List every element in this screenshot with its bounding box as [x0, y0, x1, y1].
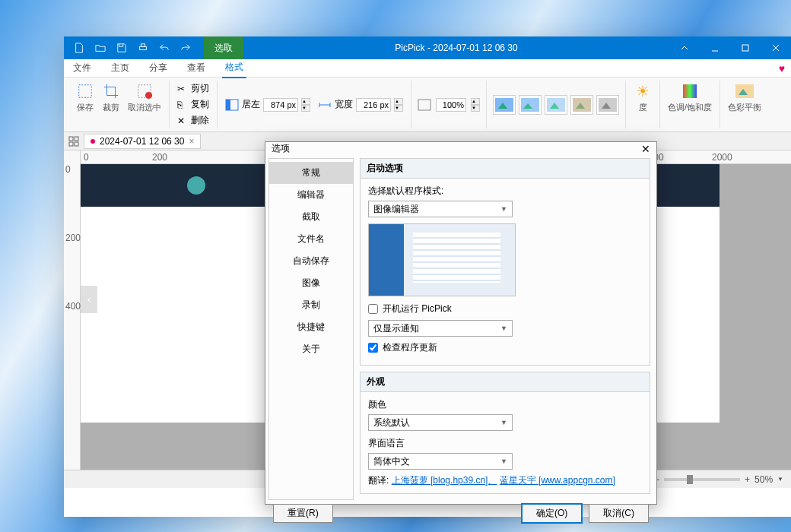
zoom-slider[interactable]	[664, 478, 740, 481]
translator-link-2[interactable]: 蓝星天宇 [www.appcgn.com]	[500, 475, 615, 486]
zoom-value: 50%	[754, 474, 773, 485]
collapse-ribbon-icon[interactable]	[669, 36, 700, 59]
maximize-icon[interactable]	[730, 36, 761, 59]
nav-about[interactable]: 关于	[269, 338, 353, 360]
color-label: 颜色	[368, 398, 642, 411]
deselect-button[interactable]: 取消选中	[125, 81, 164, 115]
filter-2[interactable]	[519, 95, 542, 115]
svg-rect-22	[69, 137, 73, 141]
redo-icon[interactable]	[176, 39, 195, 57]
tab-file[interactable]: 文件	[70, 59, 94, 78]
width-label: 宽度	[335, 98, 353, 111]
svg-rect-11	[521, 98, 539, 112]
save-icon[interactable]	[113, 39, 131, 57]
minimize-icon[interactable]	[700, 36, 730, 59]
lang-combo[interactable]: 简体中文▼	[368, 453, 513, 470]
left-label: 居左	[242, 98, 260, 111]
page-logo-icon	[187, 176, 205, 195]
zoom-up[interactable]: ▲	[471, 98, 480, 105]
thumbnails-view-icon[interactable]	[67, 135, 81, 148]
mode-preview	[368, 223, 516, 296]
svg-rect-8	[418, 100, 430, 110]
brightness-button[interactable]: ☀度	[631, 81, 655, 115]
tab-format[interactable]: 格式	[222, 58, 246, 78]
nav-autosave[interactable]: 自动保存	[269, 250, 353, 272]
dialog-nav: 常规 编辑器 截取 文件名 自动保存 图像 录制 快捷键 关于	[268, 158, 354, 500]
options-dialog: 选项 ✕ 常规 编辑器 截取 文件名 自动保存 图像 录制 快捷键 关于 启动选…	[265, 141, 657, 505]
width-down[interactable]: ▼	[394, 105, 403, 112]
svg-rect-19	[683, 84, 697, 98]
nav-hotkeys[interactable]: 快捷键	[269, 316, 353, 338]
dialog-close-icon[interactable]: ✕	[641, 143, 650, 155]
ok-button[interactable]: 确定(O)	[521, 503, 583, 524]
zoom-down[interactable]: ▼	[471, 105, 480, 112]
autostart-label: 开机运行 PicPick	[383, 302, 452, 315]
mode-label: 选择默认程序模式:	[368, 185, 642, 198]
copy-button[interactable]: ⎘复制	[174, 97, 212, 112]
filter-1[interactable]	[493, 95, 516, 115]
update-label: 检查程序更新	[383, 341, 437, 354]
mode-combo[interactable]: 图像编辑器▼	[368, 201, 513, 217]
translator-link-1[interactable]: 上海菠萝 [blog.hp39.cn]、	[392, 475, 497, 486]
svg-point-5	[145, 92, 152, 99]
heart-icon[interactable]: ♥	[779, 62, 785, 74]
close-tab-icon[interactable]: ×	[189, 136, 194, 147]
filter-3[interactable]	[545, 95, 567, 115]
startup-heading: 启动选项	[361, 159, 650, 179]
zoom-in-icon[interactable]: +	[745, 474, 750, 485]
document-tab[interactable]: 2024-07-01 12 06 30 ×	[84, 134, 201, 149]
color-balance-button[interactable]: 色彩平衡	[725, 81, 764, 115]
width-up[interactable]: ▲	[394, 98, 403, 105]
notify-combo[interactable]: 仅显示通知▼	[368, 320, 513, 337]
update-checkbox[interactable]	[368, 343, 378, 353]
tab-view[interactable]: 查看	[184, 59, 208, 78]
print-icon[interactable]	[134, 39, 152, 57]
nav-general[interactable]: 常规	[269, 162, 353, 184]
document-tab-label: 2024-07-01 12 06 30	[100, 136, 184, 147]
svg-rect-3	[79, 85, 92, 98]
left-down[interactable]: ▼	[301, 105, 310, 112]
save-button[interactable]: 保存	[73, 81, 97, 115]
color-combo[interactable]: 系统默认▼	[368, 414, 513, 431]
left-input[interactable]	[263, 98, 298, 112]
zoom-dropdown-icon[interactable]: ▼	[777, 476, 783, 483]
svg-rect-7	[226, 100, 230, 110]
svg-rect-23	[75, 137, 78, 141]
width-input[interactable]	[356, 98, 391, 112]
nav-capture[interactable]: 截取	[269, 206, 353, 228]
contextual-tab-select[interactable]: 选取	[204, 36, 243, 59]
cut-button[interactable]: ✂剪切	[174, 81, 212, 97]
reset-button[interactable]: 重置(R)	[273, 504, 333, 523]
nav-editor[interactable]: 编辑器	[269, 184, 353, 206]
svg-rect-1	[141, 44, 145, 47]
nav-record[interactable]: 录制	[269, 294, 353, 316]
left-up[interactable]: ▲	[301, 98, 310, 105]
position-left-icon	[225, 99, 239, 111]
window-title: PicPick - 2024-07-01 12 06 30	[243, 43, 669, 53]
tab-home[interactable]: 主页	[108, 59, 132, 78]
filter-5[interactable]	[596, 95, 619, 115]
translate-label: 翻译:	[368, 475, 389, 486]
svg-rect-24	[69, 142, 73, 146]
hue-sat-button[interactable]: 色调/饱和度	[665, 81, 715, 115]
tab-share[interactable]: 分享	[146, 59, 170, 78]
new-file-icon[interactable]	[70, 39, 88, 57]
prev-page-icon[interactable]: ‹	[81, 286, 97, 313]
filter-4[interactable]	[570, 95, 593, 115]
modified-dot-icon	[91, 139, 95, 144]
close-icon[interactable]	[761, 36, 791, 59]
vertical-ruler: 0 200 400	[64, 150, 81, 470]
nav-filename[interactable]: 文件名	[269, 228, 353, 250]
svg-rect-2	[742, 45, 748, 51]
cancel-button[interactable]: 取消(C)	[589, 504, 649, 523]
delete-button[interactable]: ✕删除	[174, 112, 212, 128]
nav-image[interactable]: 图像	[269, 272, 353, 294]
appearance-heading: 外观	[361, 372, 650, 392]
crop-button[interactable]: 裁剪	[99, 81, 123, 115]
ribbon-tabs: 文件 主页 分享 查看 格式 ♥	[64, 59, 791, 78]
zoom-input[interactable]	[436, 98, 466, 112]
svg-rect-0	[140, 46, 147, 49]
open-file-icon[interactable]	[91, 39, 110, 57]
undo-icon[interactable]	[155, 39, 173, 57]
autostart-checkbox[interactable]	[368, 304, 378, 314]
